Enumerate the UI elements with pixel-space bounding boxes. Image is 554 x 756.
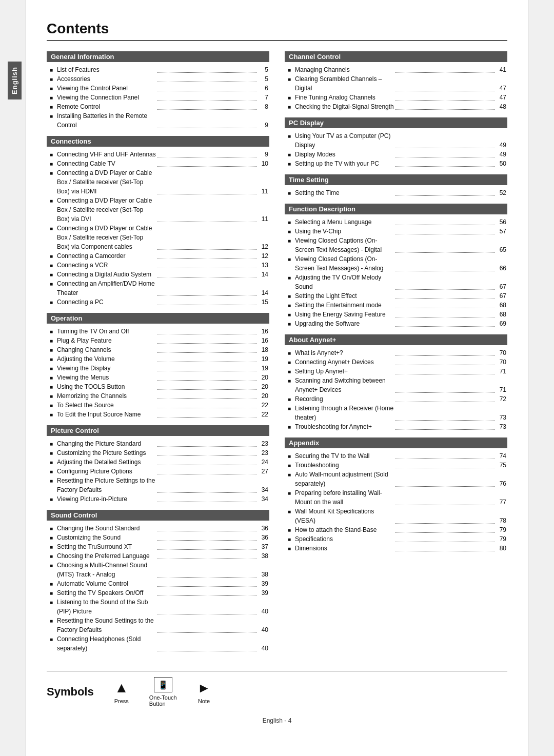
toc-label: Dimensions [295,544,394,553]
toc-dots [157,334,256,334]
toc-page-num: 71 [496,385,506,394]
section-header-connections: Connections [47,136,269,147]
section-header-operation: Operation [47,313,269,324]
list-item: ■Remote Control8 [49,102,269,111]
toc-dots [157,380,256,381]
toc-label: Managing Channels [295,65,394,74]
toc-page-num: 36 [258,533,268,542]
bullet-icon: ■ [288,311,295,319]
toc-label: Resetting the Picture Settings to the Fa… [57,476,156,494]
bullet-icon: ■ [288,423,295,431]
toc-page-num: 76 [496,479,506,488]
list-item: ■List of Features5 [49,65,269,74]
toc-dots [157,577,256,578]
toc-entry: Changing Channels18 [57,345,268,354]
toc-page-num: 70 [496,357,506,367]
toc-label: Plug & Play Feature [57,336,156,345]
toc-entry: Connecting Headphones (Sold separately)4… [57,634,268,653]
toc-page-num: 14 [258,288,268,297]
toc-entry: Setting up the TV with your PC50 [295,159,506,168]
toc-dots [395,157,494,157]
toc-entry: Viewing the Control Panel6 [57,84,268,93]
toc-page-num: 77 [496,498,506,507]
bullet-icon: ■ [50,160,57,168]
toc-label: Connecting Cable TV [57,159,156,168]
toc-entry: Viewing Closed Captions (On-Screen Text … [295,236,506,254]
toc-label: Clearing Scrambled Channels – Digital [295,74,394,93]
toc-dots [395,299,494,299]
toc-label: Using the Energy Saving Feature [295,310,394,319]
toc-dots [395,148,494,148]
toc-page-num: 38 [258,570,268,579]
toc-dots [157,408,256,408]
list-item: ■Connecting VHF and UHF Antennas9 [49,150,269,159]
list-item: ■Connecting Headphones (Sold separately)… [49,634,269,653]
list-item: ■Connecting an Amplifier/DVD Home Theate… [49,279,269,297]
toc-dots [157,399,256,399]
list-item: ■Viewing the Display19 [49,364,269,373]
toc-dots [157,128,256,128]
bullet-icon: ■ [50,617,57,625]
toc-entry: Connecting VHF and UHF Antennas9 [57,150,268,159]
list-item: ■Setting the Entertainment mode68 [287,301,507,310]
toc-page-num: 23 [258,448,268,457]
toc-label: Setting up the TV with your PC [295,159,394,168]
list-item: ■Choosing the Preferred Language38 [49,551,269,561]
bullet-icon: ■ [50,151,57,158]
toc-entry: Setting the Light Effect67 [295,291,506,301]
toc-dots [157,455,256,456]
symbol-note: ► Note [197,680,211,704]
toc-label: Using the TOOLS Button [57,382,156,391]
bullet-icon: ■ [288,274,295,282]
bullet-icon: ■ [50,271,57,278]
toc-label: Viewing the Display [57,364,156,373]
list-item: ■Managing Channels41 [287,65,507,74]
bullet-icon: ■ [288,489,295,497]
toc-entry: Dimensions80 [295,544,506,553]
toc-page-num: 52 [496,188,506,197]
bullet-icon: ■ [288,359,295,366]
toc-page-num: 16 [258,327,268,336]
toc-entry: Adjusting the TV On/Off Melody Sound67 [295,273,506,291]
list-item: ■Changing Channels18 [49,345,269,354]
toc-label: Checking the Digital-Signal Strength [295,102,394,111]
toc-page-num: 14 [258,270,268,279]
toc-list: ■Using Your TV as a Computer (PC) Displa… [285,131,507,168]
bullet-icon: ■ [288,302,295,309]
toc-dots [395,166,494,167]
toc-entry: Connecting a DVD Player or Cable Box / S… [57,168,268,196]
toc-label: Connecting a VCR [57,261,156,270]
toc-entry: Preparing before installing Wall- Mount … [295,488,506,507]
toc-entry: Using Your TV as a Computer (PC) Display… [295,131,506,150]
list-item: ■Setting the Light Effect67 [287,291,507,301]
toc-label: Configuring Picture Options [57,467,156,476]
toc-page-num: 73 [496,422,506,431]
bullet-icon: ■ [50,169,57,177]
toc-label: Setting the TruSurround XT [57,542,156,551]
toc-page-num: 18 [258,345,268,354]
symbol-onetouch: 📱 One-TouchButton [149,677,177,707]
toc-page-num: 19 [258,354,268,364]
toc-label: Connecting a DVD Player or Cable Box / S… [57,224,156,251]
toc-dots [157,559,256,559]
toc-entry: Viewing Picture-in-Picture34 [57,494,268,504]
toc-entry: Recording72 [295,394,506,404]
toc-entry: Fine Tuning Analog Channels47 [295,93,506,102]
toc-label: Selecting a Menu Language [295,217,394,227]
bullet-icon: ■ [50,280,57,288]
list-item: ■Configuring Picture Options27 [49,467,269,476]
toc-entry: Display Modes49 [295,150,506,159]
toc-entry: Viewing the Display19 [57,364,268,373]
toc-label: Changing the Sound Standard [57,524,156,533]
bullet-icon: ■ [288,377,295,385]
toc-page-num: 71 [496,367,506,376]
list-item: ■Recording72 [287,394,507,404]
content-columns: General Information■List of Features5■Ac… [47,51,507,656]
toc-page-num: 8 [258,102,268,111]
toc-label: Adjusting the TV On/Off Melody Sound [295,273,394,291]
toc-label: Changing Channels [57,345,156,354]
toc-dots [157,72,256,73]
bullet-icon: ■ [288,151,295,158]
toc-page-num: 65 [496,245,506,254]
toc-label: Customizing the Sound [57,533,156,542]
